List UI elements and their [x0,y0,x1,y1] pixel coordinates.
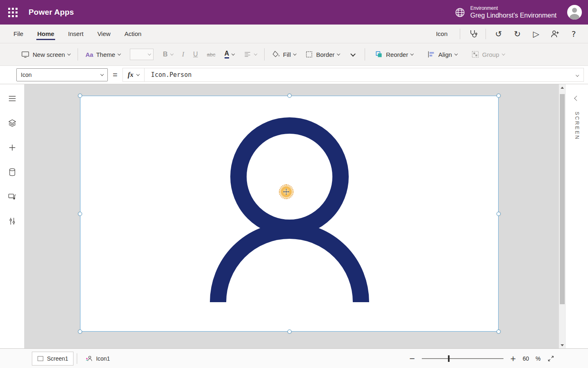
zoom-out-button[interactable]: − [409,354,415,363]
formula-box: fx Icon.Person [122,68,584,82]
hamburger-icon [8,94,17,103]
screens-button[interactable] [7,118,18,128]
menu-view[interactable]: View [90,25,117,43]
environment-switcher[interactable]: Environment Greg Lindhorst's Environment [454,5,557,20]
underline-button[interactable]: U [189,46,203,63]
avatar-body [570,14,579,20]
triangle-down-icon [561,344,564,346]
insert-button[interactable] [7,142,18,153]
screen-thumbnail-icon [37,355,44,362]
help-button[interactable]: ? [564,26,583,42]
share-add-person-button[interactable] [546,26,564,42]
power-apps-studio: Power Apps Environment Greg Lindhorst's … [0,0,588,368]
italic-button[interactable]: I [178,46,189,63]
left-rail [0,84,24,348]
text-align-button[interactable] [239,46,261,63]
selected-control-type-label: Icon [436,30,448,37]
font-size-select[interactable] [130,49,154,60]
align-button[interactable]: Align [423,46,461,63]
scrollbar-thumb[interactable] [560,94,565,304]
canvas-scrollbar[interactable] [559,84,565,348]
app-checker-button[interactable] [463,26,482,42]
media-button[interactable] [7,191,18,202]
property-select[interactable]: Icon [16,68,108,81]
menu-home[interactable]: Home [30,25,61,43]
advanced-tools-button[interactable] [7,216,18,227]
theme-button[interactable]: Aa Theme [81,46,125,63]
database-icon [8,168,17,177]
group-button[interactable]: Group [467,46,509,63]
strikethrough-button[interactable]: abc [203,46,220,63]
selection-handle-top-center[interactable] [287,94,292,98]
zoom-slider[interactable] [422,358,503,359]
chevron-down-icon [454,52,458,55]
selection-handle-bottom-left[interactable] [78,330,82,334]
selection-handle-bottom-right[interactable] [497,330,501,334]
chevron-down-icon [576,73,579,76]
main-area: SCREEN [0,84,588,348]
screen-artboard[interactable] [80,96,499,332]
screen-icon [21,50,30,59]
scroll-up-button[interactable] [559,84,566,91]
chevron-left-icon[interactable] [574,96,579,101]
fill-button[interactable]: Fill [267,46,301,63]
property-value: Icon [21,72,31,78]
canvas[interactable] [24,84,559,348]
zoom-in-button[interactable]: + [510,354,516,363]
fit-to-window-button[interactable] [547,355,555,362]
menu-file[interactable]: File [7,25,30,43]
border-icon [305,50,313,58]
bold-button[interactable]: B [158,46,178,63]
chevron-down-icon [254,52,257,55]
environment-label: Environment [470,5,557,11]
app-header: Power Apps Environment Greg Lindhorst's … [0,0,588,25]
avatar-head [572,8,577,13]
fill-label: Fill [283,51,291,58]
selection-handle-top-left[interactable] [78,94,82,98]
divider [460,29,460,39]
selection-handle-top-right[interactable] [497,94,501,98]
group-icon [471,50,479,58]
zoom-slider-handle[interactable] [448,355,450,362]
selection-handle-mid-left[interactable] [78,212,82,216]
chevron-down-icon [100,72,104,76]
more-formatting-button[interactable] [347,46,359,63]
border-button[interactable]: Border [301,46,344,63]
undo-button[interactable]: ↺ [489,26,508,42]
formula-input[interactable]: Icon.Person [145,71,571,79]
person-icon[interactable] [80,96,499,332]
selection-handle-bottom-center[interactable] [287,330,292,334]
align-label: Align [438,51,452,58]
new-screen-button[interactable]: New screen [16,46,75,63]
waffle-menu-button[interactable] [0,0,25,25]
tab-icon1[interactable]: Icon1 [80,352,115,366]
zoom-controls: − + 60 % [409,354,555,363]
data-sources-button[interactable] [7,167,18,177]
redo-icon: ↻ [514,29,521,39]
plus-icon [8,143,17,152]
formula-bar: Icon = fx Icon.Person [0,66,588,84]
theme-aa-icon: Aa [85,51,93,58]
tab-screen1[interactable]: Screen1 [32,352,74,366]
preview-play-button[interactable]: ▷ [527,26,546,42]
redo-button[interactable]: ↻ [508,26,527,42]
menu-insert[interactable]: Insert [61,25,91,43]
reorder-button[interactable]: Reorder [370,46,418,63]
divider [78,48,78,61]
chevron-down-icon [337,52,340,55]
triangle-up-icon [561,87,564,89]
sliders-icon [8,217,17,226]
reorder-icon [375,50,383,58]
tree-view-button[interactable] [7,93,18,104]
fill-bucket-icon [272,50,280,58]
scroll-down-button[interactable] [559,342,566,348]
formula-expand-button[interactable] [571,71,584,79]
screen-properties-panel: SCREEN [565,84,588,348]
account-avatar[interactable] [567,5,582,20]
divider [365,48,365,61]
selection-handle-mid-right[interactable] [497,212,501,216]
fx-button[interactable]: fx [123,68,145,81]
underline-label: U [193,51,198,58]
menu-action[interactable]: Action [118,25,149,43]
font-color-button[interactable]: A [220,46,239,63]
